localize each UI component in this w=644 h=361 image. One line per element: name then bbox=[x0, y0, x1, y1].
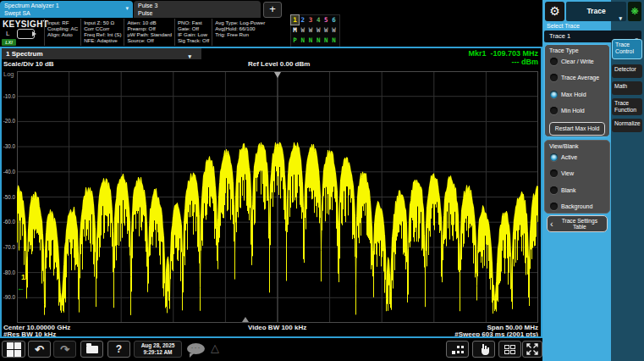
radio-indicator bbox=[550, 107, 558, 114]
settings-column[interactable]: PNO: FastGate: OffIF Gain: LowSig Track:… bbox=[174, 19, 212, 46]
radio-label: Background bbox=[561, 203, 592, 209]
tab-pulse[interactable]: Pulse 3 Pulse bbox=[134, 1, 261, 18]
chevron-down-icon: ▾ bbox=[619, 8, 622, 28]
legend-cell[interactable]: W bbox=[299, 25, 306, 35]
menu-title: Trace bbox=[586, 7, 605, 15]
radio-active[interactable]: Active bbox=[550, 152, 605, 162]
top-tab-bar: Spectrum Analyzer 1 Swept SA ▾ Pulse 3 P… bbox=[0, 0, 542, 18]
legend-cell[interactable]: N bbox=[322, 36, 330, 45]
spectrum-window: 1 Spectrum ▾ Scale/Div 10 dB Ref Level 0… bbox=[0, 48, 542, 336]
tab-subtitle: Pulse bbox=[138, 10, 256, 18]
legend-cell[interactable]: 3 bbox=[306, 15, 314, 25]
y-tick-label: -20.0 bbox=[3, 118, 15, 124]
menu-title-dropdown[interactable]: Trace ▾ bbox=[566, 2, 626, 21]
trace-type-group: Trace Type Clear / WriteTrace AverageMax… bbox=[544, 44, 610, 137]
legend-cell[interactable]: 2 bbox=[299, 15, 306, 25]
settings-line: Trig: Free Run bbox=[215, 31, 265, 37]
windows-start-button[interactable] bbox=[2, 341, 25, 358]
help-button[interactable]: ? bbox=[107, 341, 130, 358]
marker-1-flag[interactable]: 1 bbox=[21, 273, 25, 281]
screen-thumbnails-button[interactable] bbox=[446, 341, 469, 358]
trace-select-value: Trace 1 bbox=[549, 32, 570, 40]
right-menu-panel: ⚙ Trace ▾ ❋ Select Trace Trace 1 ▾ Trace… bbox=[542, 0, 644, 361]
settings-gear-button[interactable]: ⚙ bbox=[545, 2, 564, 21]
legend-cell[interactable]: N bbox=[299, 36, 306, 45]
fullscreen-button[interactable] bbox=[522, 341, 542, 358]
legend-cell[interactable]: N bbox=[315, 36, 322, 45]
legend-cell[interactable]: 5 bbox=[322, 15, 330, 25]
legend-cell[interactable]: 4 bbox=[315, 15, 322, 25]
view-blank-group: View/Blank ActiveViewBlankBackground bbox=[544, 140, 610, 214]
radio-label: Min Hold bbox=[561, 108, 585, 114]
legend-cell[interactable]: W bbox=[306, 25, 314, 35]
y-tick-label: -40.0 bbox=[3, 169, 15, 175]
marker-readout[interactable]: Mkr1 -109.703 MHz --- dBm bbox=[468, 49, 538, 66]
measurement-active-button[interactable]: ❋ bbox=[628, 2, 641, 21]
marker-amplitude: --- dBm bbox=[468, 58, 538, 66]
trace-legend[interactable]: 123456MWWWWWPNNNNN bbox=[290, 14, 340, 47]
chevron-down-icon: ▾ bbox=[188, 51, 191, 62]
warning-triangle-icon: △ bbox=[211, 342, 219, 354]
legend-cell[interactable]: 1 bbox=[291, 15, 299, 25]
settings-column[interactable]: Input Z: 50 ΩCorr CCorrFreq Ref: Int (S)… bbox=[80, 19, 124, 46]
radio-view[interactable]: View bbox=[550, 169, 605, 179]
legend-cell[interactable]: W bbox=[330, 25, 338, 35]
legend-cell[interactable]: N bbox=[306, 36, 314, 45]
legend-cell[interactable]: 6 bbox=[330, 15, 338, 25]
radio-background[interactable]: Background bbox=[550, 202, 605, 212]
datetime-button[interactable]: Aug 28, 2025 9:29:12 AM bbox=[134, 341, 182, 358]
chevron-left-icon: ‹ bbox=[550, 217, 553, 230]
ref-level-annotation[interactable]: Ref Level 0.00 dBm bbox=[248, 60, 310, 68]
graticule[interactable]: 1 ← bbox=[17, 71, 538, 323]
menu-tab-trace-control[interactable]: Trace Control bbox=[612, 39, 642, 59]
tab-spectrum-analyzer[interactable]: Spectrum Analyzer 1 Swept SA ▾ bbox=[0, 1, 133, 18]
y-tick-label: -80.0 bbox=[3, 269, 15, 275]
settings-column[interactable]: Atten: 10 dBPreamp: OffµW Path: Standard… bbox=[124, 19, 173, 46]
legend-cell[interactable]: P bbox=[291, 36, 299, 45]
legend-cell[interactable]: N bbox=[330, 36, 338, 45]
window-title-tab[interactable]: 1 Spectrum ▾ bbox=[2, 48, 201, 59]
legend-cell[interactable]: W bbox=[315, 25, 322, 35]
radio-indicator bbox=[550, 186, 558, 194]
legend-cell[interactable]: W bbox=[322, 25, 330, 35]
screenshot-button[interactable] bbox=[80, 341, 103, 358]
window-layout-button[interactable] bbox=[498, 341, 521, 358]
menu-tab-math[interactable]: Math bbox=[612, 81, 642, 95]
y-tick-label: -70.0 bbox=[3, 244, 15, 250]
menu-tab-trace-function[interactable]: Trace Function bbox=[612, 98, 642, 115]
busy-starburst-icon: ❋ bbox=[630, 6, 638, 16]
trace-settings-table-button[interactable]: ‹ Trace Settings Table bbox=[547, 215, 608, 232]
undo-button[interactable]: ↶ bbox=[28, 341, 51, 358]
radio-trace-average[interactable]: Trace Average bbox=[550, 73, 605, 83]
radio-indicator bbox=[550, 91, 558, 98]
settings-column[interactable]: Input: RFCoupling: ACAlign: Auto bbox=[44, 19, 80, 46]
redo-button[interactable]: ↷ bbox=[53, 341, 76, 358]
touch-mode-button[interactable] bbox=[472, 341, 495, 358]
marker-label: Mkr1 bbox=[468, 49, 486, 58]
marker-offscreen-arrow-icon: ← bbox=[17, 284, 25, 292]
y-axis-labels: -10.0-20.0-30.0-40.0-50.0-60.0-70.0-80.0… bbox=[2, 71, 15, 323]
y-tick-label: -10.0 bbox=[3, 93, 15, 99]
menu-tab-detector[interactable]: Detector bbox=[612, 64, 642, 78]
scale-div-annotation[interactable]: Scale/Div 10 dB bbox=[3, 60, 54, 68]
radio-clear-write[interactable]: Clear / Write bbox=[550, 56, 605, 66]
radio-blank[interactable]: Blank bbox=[550, 185, 605, 195]
keysight-logo: KEYSIGHT bbox=[3, 19, 48, 29]
message-bubble-icon: ··· bbox=[187, 343, 205, 354]
radio-min-hold[interactable]: Min Hold bbox=[550, 106, 605, 116]
menu-tab-normalize[interactable]: Normalize bbox=[612, 119, 642, 132]
settings-column[interactable]: Avg Type: Log-PowerAvg|Hold: 66/100Trig:… bbox=[212, 19, 267, 46]
settings-line: Freq Ref: Int (S) bbox=[84, 31, 121, 37]
single-sweep-indicator: L bbox=[6, 30, 9, 37]
expand-arrows-icon bbox=[526, 343, 538, 355]
add-tab-button[interactable]: + bbox=[263, 2, 282, 18]
settings-line: Preamp: Off bbox=[127, 25, 171, 31]
group-title: View/Blank bbox=[549, 143, 605, 149]
settings-line: Align: Auto bbox=[47, 31, 78, 37]
settings-line: Gate: Off bbox=[178, 25, 209, 31]
radio-max-hold[interactable]: Max Hold bbox=[550, 89, 605, 99]
video-bw-annotation[interactable]: Video BW 100 kHz bbox=[248, 324, 306, 331]
restart-max-hold-button[interactable]: Restart Max Hold bbox=[549, 122, 605, 136]
legend-cell[interactable]: M bbox=[291, 25, 299, 35]
settings-line: Corr CCorr bbox=[84, 25, 121, 31]
